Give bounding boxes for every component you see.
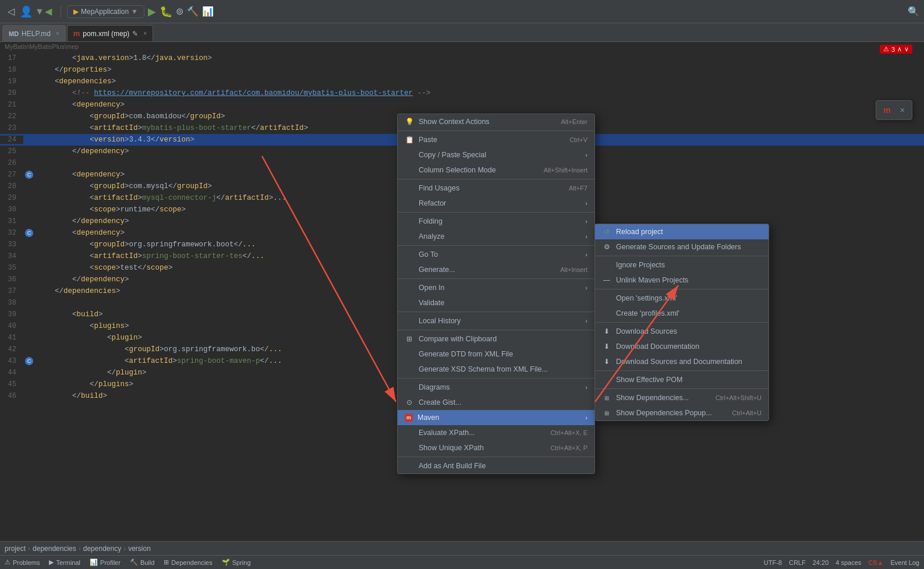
gutter-icon-27[interactable]: C [25, 171, 33, 179]
error-collapse-icon[interactable]: ∨ [904, 45, 909, 53]
profiler-label: Profiler [100, 559, 121, 566]
gutter-icon-43[interactable]: C [25, 357, 33, 365]
status-spring[interactable]: 🌱 Spring [222, 559, 251, 566]
submenu-item-reload-project[interactable]: ↺ Reload project [595, 224, 769, 239]
menu-item-create-gist[interactable]: ⊙ Create Gist... [398, 395, 594, 410]
notification-icon: m [883, 105, 890, 115]
menu-item-diagrams[interactable]: Diagrams › [398, 380, 594, 395]
status-encoding[interactable]: UTF-8 [764, 559, 782, 566]
unlink-maven-icon: — [602, 275, 611, 285]
menu-item-find-usages[interactable]: Find Usages Alt+F7 [398, 181, 594, 196]
menu-label-column-selection: Column Selection Mode [419, 166, 496, 174]
notification-close-button[interactable]: × [900, 105, 905, 115]
navigate-back-icon[interactable]: ◁ [5, 5, 17, 18]
submenu-item-show-effective-pom[interactable]: Show Effective POM [595, 372, 769, 387]
status-problems[interactable]: ⚠ Problems [5, 559, 40, 566]
coverage-button[interactable]: ⊚ [176, 6, 183, 17]
menu-label-create-gist: Create Gist... [419, 398, 462, 407]
menu-label-analyze: Analyze [419, 232, 444, 241]
menu-item-copy-paste-special[interactable]: Copy / Paste Special › [398, 147, 594, 162]
breadcrumb-dependency[interactable]: dependency [83, 545, 121, 553]
download-sources-docs-icon: ⬇ [602, 357, 611, 366]
submenu-item-download-docs[interactable]: ⬇ Download Documentation [595, 339, 769, 354]
submenu-item-open-settings[interactable]: Open 'settings.xml' [595, 291, 769, 306]
separator [61, 6, 61, 17]
tab-pom-xml[interactable]: m pom.xml (mep) ✎ × [67, 25, 153, 41]
run-config-button[interactable]: ▶ MepApplication ▼ [67, 5, 144, 18]
menu-item-local-history[interactable]: Local History › [398, 313, 594, 328]
status-dependencies[interactable]: ⊞ Dependencies [164, 559, 212, 566]
submenu-label-open-settings: Open 'settings.xml' [616, 294, 677, 302]
maven-submenu: ↺ Reload project ⚙ Generate Sources and … [594, 224, 769, 421]
submenu-item-download-sources[interactable]: ⬇ Download Sources [595, 324, 769, 339]
back-icon[interactable]: ◀ [42, 5, 55, 18]
submenu-item-download-sources-docs[interactable]: ⬇ Download Sources and Documentation [595, 354, 769, 369]
gutter-32: C [23, 229, 35, 237]
menu-item-paste[interactable]: 📋 Paste Ctrl+V [398, 132, 594, 147]
submenu-item-show-dependencies[interactable]: ⊞ Show Dependencies... Ctrl+Alt+Shift+U [595, 390, 769, 405]
breadcrumb-project[interactable]: project [5, 545, 26, 553]
menu-label-open-in: Open In [419, 284, 444, 292]
menu-label-show-context: Show Context Actions [419, 118, 490, 126]
reload-project-icon: ↺ [602, 227, 611, 236]
code-line-21: 21 <dependency> [0, 99, 924, 111]
status-event-log[interactable]: Event Log [890, 559, 919, 566]
submenu-item-generate-sources[interactable]: ⚙ Generate Sources and Update Folders [595, 239, 769, 255]
tab-pom-xml-close[interactable]: × [143, 30, 147, 37]
go-to-icon [405, 250, 414, 259]
menu-item-generate-xsd[interactable]: Generate XSD Schema from XML File... [398, 362, 594, 377]
build-button[interactable]: 🔨 [187, 6, 199, 17]
submenu-item-unlink-maven[interactable]: — Unlink Maven Projects [595, 273, 769, 288]
menu-item-validate[interactable]: Validate [398, 295, 594, 310]
submenu-item-create-profiles[interactable]: Create 'profiles.xml' [595, 306, 769, 321]
add-ant-icon [405, 461, 414, 471]
status-terminal[interactable]: ▶ Terminal [49, 559, 80, 566]
gutter-43: C [23, 357, 35, 365]
status-build[interactable]: 🔨 Build [130, 559, 154, 566]
menu-sep-0 [398, 130, 594, 131]
menu-item-show-context[interactable]: 💡 Show Context Actions Alt+Enter [398, 114, 594, 129]
profile-button[interactable]: 📊 [202, 6, 214, 17]
menu-item-maven[interactable]: m Maven › ↺ Reload project ⚙ Generate So… [398, 410, 594, 425]
debug-button[interactable]: 🐛 [160, 5, 172, 18]
problems-label: Problems [13, 559, 40, 566]
menu-item-analyze[interactable]: Analyze › [398, 229, 594, 244]
run-button[interactable]: ▶ [148, 5, 156, 18]
submenu-item-show-dependencies-popup[interactable]: ⊞ Show Dependencies Popup... Ctrl+Alt+U [595, 405, 769, 420]
status-notification[interactable]: CS▲ [868, 559, 883, 566]
menu-item-compare-clipboard[interactable]: ⊞ Compare with Clipboard [398, 331, 594, 347]
menu-item-add-ant[interactable]: Add as Ant Build File [398, 458, 594, 473]
submenu-sep-3 [595, 322, 769, 323]
menu-sep-1 [398, 179, 594, 179]
breadcrumb-version[interactable]: version [128, 545, 151, 553]
menu-item-evaluate-xpath[interactable]: Evaluate XPath... Ctrl+Alt+X, E [398, 425, 594, 440]
menu-item-folding[interactable]: Folding › [398, 214, 594, 229]
folding-icon [405, 217, 414, 226]
local-history-icon [405, 316, 414, 326]
gutter-icon-32[interactable]: C [25, 229, 33, 237]
help-md-icon: MD [9, 30, 19, 37]
status-line-endings[interactable]: CRLF [789, 559, 806, 566]
create-gist-icon: ⊙ [405, 398, 414, 407]
menu-item-show-unique-xpath[interactable]: Show Unique XPath Ctrl+Alt+X, P [398, 440, 594, 455]
menu-label-validate: Validate [419, 299, 444, 307]
notification-popup: m × [876, 100, 912, 120]
tab-help-md-close[interactable]: × [56, 30, 59, 37]
tab-help-md[interactable]: MD HELP.md × [2, 25, 66, 41]
menu-sep-7 [398, 378, 594, 379]
submenu-label-unlink-maven: Unlink Maven Projects [616, 276, 688, 284]
breadcrumb-dependencies[interactable]: dependencies [33, 545, 76, 553]
menu-item-go-to[interactable]: Go To › [398, 247, 594, 262]
search-button[interactable]: 🔍 [908, 6, 919, 17]
status-spaces[interactable]: 4 spaces [836, 559, 861, 566]
menu-item-generate[interactable]: Generate... Alt+Insert [398, 262, 594, 277]
menu-item-column-selection[interactable]: Column Selection Mode Alt+Shift+Insert [398, 162, 594, 178]
status-profiler[interactable]: 📊 Profiler [90, 559, 121, 566]
error-expand-icon[interactable]: ∧ [897, 45, 902, 53]
menu-item-refactor[interactable]: Refactor › [398, 196, 594, 211]
generate-sources-icon: ⚙ [602, 242, 611, 252]
menu-label-refactor: Refactor [419, 199, 446, 207]
menu-item-open-in[interactable]: Open In › [398, 280, 594, 295]
submenu-item-ignore-projects[interactable]: Ignore Projects [595, 257, 769, 273]
menu-item-generate-dtd[interactable]: Generate DTD from XML File [398, 347, 594, 362]
